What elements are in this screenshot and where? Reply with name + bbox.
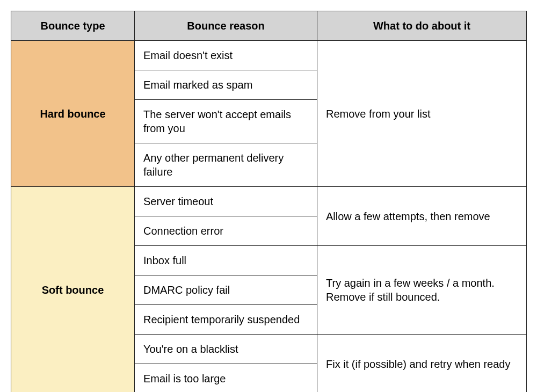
reason-cell: The server won't accept emails from you	[135, 100, 317, 143]
reason-cell: Email doesn't exist	[135, 41, 317, 70]
action-cell: Remove from your list	[317, 41, 527, 187]
table-row: Soft bounce Server timeout Allow a few a…	[11, 187, 527, 216]
reason-cell: Email is too large	[135, 364, 317, 393]
header-reason: Bounce reason	[135, 11, 317, 41]
reason-cell: Recipient temporarily suspended	[135, 305, 317, 335]
action-cell: Fix it (if possible) and retry when read…	[317, 335, 527, 393]
reason-cell: DMARC policy fail	[135, 275, 317, 305]
bounce-table: Bounce type Bounce reason What to do abo…	[11, 11, 527, 392]
type-soft-bounce: Soft bounce	[11, 187, 135, 393]
action-cell: Try again in a few weeks / a month. Remo…	[317, 246, 527, 335]
header-type: Bounce type	[11, 11, 135, 41]
reason-cell: Email marked as spam	[135, 70, 317, 100]
reason-cell: Inbox full	[135, 246, 317, 275]
table-row: Hard bounce Email doesn't exist Remove f…	[11, 41, 527, 70]
type-hard-bounce: Hard bounce	[11, 41, 135, 187]
reason-cell: Server timeout	[135, 187, 317, 216]
header-action: What to do about it	[317, 11, 527, 41]
reason-cell: Any other permanent delivery failure	[135, 143, 317, 187]
reason-cell: You're on a blacklist	[135, 335, 317, 364]
action-cell: Allow a few attempts, then remove	[317, 187, 527, 246]
reason-cell: Connection error	[135, 216, 317, 246]
header-row: Bounce type Bounce reason What to do abo…	[11, 11, 527, 41]
